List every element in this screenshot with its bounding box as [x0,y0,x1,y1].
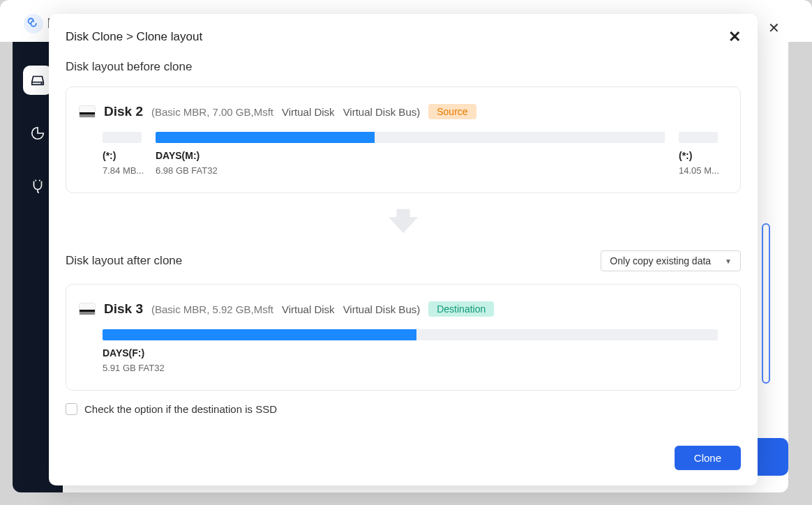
partition-bar[interactable] [103,329,718,340]
partition-label: DAYS(M:) [156,150,665,161]
disk-icon [79,303,96,315]
source-disk-name: Disk 2 [104,104,143,119]
partition-size: 14.05 M... [679,165,718,176]
section-title-after: Disk layout after clone [66,254,182,268]
destination-disk-name: Disk 3 [104,301,143,317]
sidebar-item-health[interactable] [23,172,52,201]
destination-partitions: DAYS(F:) 5.91 GB FAT32 [79,329,718,373]
copy-mode-selected: Only copy existing data [610,255,711,266]
copy-mode-select[interactable]: Only copy existing data ▼ [601,250,741,271]
app-logo [24,14,43,33]
breadcrumb-parent: Disk Clone [66,30,123,43]
destination-disk-card: Disk 3 (Basic MBR, 5.92 GB,Msft Virtual … [66,284,741,391]
source-badge: Source [428,104,476,119]
destination-badge: Destination [428,301,494,317]
disk-icon [79,105,96,118]
destination-disk-header: Disk 3 (Basic MBR, 5.92 GB,Msft Virtual … [79,301,718,317]
partition-bar[interactable] [156,132,665,143]
close-icon[interactable]: ✕ [728,29,741,45]
section-title-before: Disk layout before clone [66,60,741,74]
destination-disk-spec: (Basic MBR, 5.92 GB,Msft [151,303,273,315]
source-disk-card: Disk 2 (Basic MBR, 7.00 GB,Msft Virtual … [66,86,741,193]
partition-bar[interactable] [103,132,142,143]
breadcrumb-current: Clone layout [137,30,203,43]
clone-layout-modal: Disk Clone > Clone layout ✕ Disk layout … [49,14,758,485]
background-card-outline [762,223,770,384]
partition-bar[interactable] [679,132,718,143]
sidebar-item-disks[interactable] [23,66,52,95]
clone-button[interactable]: Clone [675,446,741,470]
outer-close-icon[interactable]: ✕ [768,20,780,36]
partition-size: 6.98 GB FAT32 [156,165,665,176]
source-disk-col2: Virtual Disk [282,106,335,118]
ssd-option-label: Check the option if the destination is S… [84,403,277,415]
ssd-checkbox[interactable] [66,403,77,415]
modal-titlebar: Disk Clone > Clone layout ✕ [66,29,741,45]
partition-size: 7.84 MB... [103,165,142,176]
footer-actions: Clone [675,446,741,470]
source-partitions: (*:) 7.84 MB... DAYS(M:) 6.98 GB FAT32 (… [79,132,718,176]
partition-label: DAYS(F:) [103,347,718,359]
source-disk-col3: Virtual Disk Bus) [343,106,421,118]
chevron-down-icon: ▼ [725,257,732,265]
sidebar-item-analytics[interactable] [23,119,52,148]
source-disk-spec: (Basic MBR, 7.00 GB,Msft [151,106,273,118]
destination-disk-col3: Virtual Disk Bus) [343,303,421,315]
partition-label: (*:) [103,150,142,161]
arrow-down-icon [66,209,741,234]
destination-disk-col2: Virtual Disk [282,303,335,315]
partition-label: (*:) [679,150,718,161]
ssd-option-row[interactable]: Check the option if the destination is S… [66,403,741,415]
breadcrumb-sep: > [126,30,133,43]
source-disk-header: Disk 2 (Basic MBR, 7.00 GB,Msft Virtual … [79,104,718,119]
svg-point-0 [41,83,42,84]
breadcrumb: Disk Clone > Clone layout [66,30,202,44]
partition-size: 5.91 GB FAT32 [103,363,718,373]
